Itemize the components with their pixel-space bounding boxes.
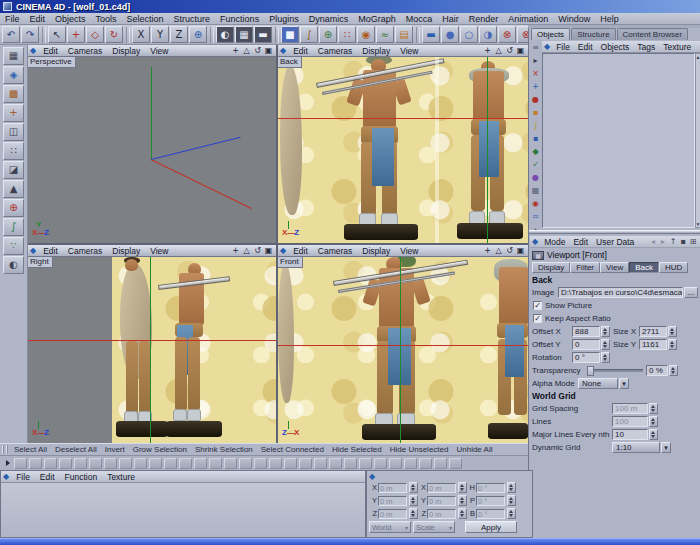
light-disabled-icon[interactable]: ⊗ — [517, 26, 528, 43]
side-palette-icon[interactable]: ▪ — [530, 133, 541, 144]
selection-command-select-connected[interactable]: Select Connected — [257, 445, 328, 454]
material-menu-edit[interactable]: Edit — [35, 472, 60, 482]
animation-toolbar-button[interactable] — [44, 458, 57, 469]
pan-view-icon[interactable]: + — [230, 245, 241, 256]
object-axis-mode-icon[interactable]: ⊕ — [3, 199, 24, 217]
scale-mode-dropdown[interactable]: Scale▾ — [413, 521, 455, 533]
tab-structure[interactable]: Structure — [571, 28, 615, 40]
coord-value-field[interactable]: 0 m — [378, 496, 407, 506]
tab-content-browser[interactable]: Content Browser — [617, 28, 689, 40]
size-y-field[interactable]: 1161 — [639, 339, 667, 350]
dock-grip-icon[interactable]: ≡ — [530, 42, 541, 53]
size-x-field[interactable]: 2711 — [639, 326, 667, 337]
add-deformer-icon[interactable]: ≈ — [376, 26, 394, 43]
coord-value-field[interactable]: 0 m — [427, 509, 456, 519]
dynamic-grid-dropdown[interactable]: 1:10 — [612, 442, 660, 453]
selection-command-grow-selection[interactable]: Grow Selection — [129, 445, 191, 454]
main-menu-animation[interactable]: Animation — [503, 14, 553, 24]
viewport-perspective-canvas[interactable]: Y X—Z Perspective — [28, 57, 276, 243]
coord-stepper[interactable] — [458, 495, 467, 506]
animation-toolbar-button[interactable] — [434, 458, 447, 469]
transparency-stepper[interactable] — [669, 365, 678, 376]
offset-x-field[interactable]: 888 — [572, 326, 600, 337]
model-mode-icon[interactable]: ◈ — [3, 66, 24, 84]
major-lines-field[interactable]: 10 — [612, 429, 648, 440]
camera-disabled-icon[interactable]: ⊗ — [498, 26, 516, 43]
coord-value-field[interactable]: 0 m — [378, 509, 407, 519]
viewport-menu-display[interactable]: Display — [357, 246, 395, 256]
viewport-back-canvas[interactable]: X—Z Back — [278, 57, 528, 243]
attr-layout-icon[interactable]: ⊞ — [688, 237, 698, 247]
redo-icon[interactable]: ↷ — [21, 26, 39, 43]
dynamic-grid-arrow[interactable]: ▾ — [661, 442, 671, 453]
live-selection-icon[interactable]: ↖ — [48, 26, 66, 43]
image-path-field[interactable]: D:\Trabajos en curso\C4d\esmacasine\Mad — [558, 287, 683, 298]
selection-command-invert[interactable]: Invert — [101, 445, 129, 454]
attribute-menu-icon[interactable]: ◆ — [532, 237, 538, 246]
panel-divider[interactable] — [529, 230, 700, 234]
object-list[interactable] — [542, 53, 695, 228]
coord-value-field[interactable]: 0 ° — [476, 509, 505, 519]
tab-view[interactable]: View — [600, 262, 629, 273]
make-editable-icon[interactable]: ▦ — [3, 47, 24, 65]
material-list[interactable] — [1, 483, 365, 537]
polygons-mode-icon[interactable]: ▲ — [3, 180, 24, 198]
animation-toolbar-button[interactable] — [284, 458, 297, 469]
add-environment-icon[interactable]: ○ — [460, 26, 478, 43]
coord-value-field[interactable]: 0 ° — [476, 496, 505, 506]
undo-icon[interactable]: ↶ — [2, 26, 20, 43]
pan-view-icon[interactable]: + — [482, 45, 493, 56]
add-cube-icon[interactable]: ■ — [281, 26, 299, 43]
pan-view-icon[interactable]: + — [482, 245, 493, 256]
material-menu-texture[interactable]: Texture — [102, 472, 140, 482]
viewport-menu-icon[interactable]: ◆ — [30, 246, 36, 255]
side-palette-icon[interactable]: × — [530, 68, 541, 79]
selection-command-hide-selected[interactable]: Hide Selected — [328, 445, 386, 454]
animation-toolbar-button[interactable] — [14, 458, 27, 469]
grid-spacing-field[interactable]: 100 m — [612, 403, 648, 414]
lock-x-axis-icon[interactable]: X — [132, 26, 150, 43]
rotate-view-icon[interactable]: ↺ — [504, 245, 515, 256]
animation-toolbar-button[interactable] — [374, 458, 387, 469]
title-bar[interactable]: CINEMA 4D - [wolf_01.c4d] — [0, 0, 700, 13]
main-menu-window[interactable]: Window — [553, 14, 595, 24]
animation-toolbar-button[interactable] — [119, 458, 132, 469]
side-palette-icon[interactable]: ● — [530, 172, 541, 183]
material-menu-function[interactable]: Function — [60, 472, 103, 482]
panel-grip[interactable] — [2, 445, 4, 454]
viewport-menu-edit[interactable]: Edit — [38, 246, 63, 256]
apply-button[interactable]: Apply — [465, 521, 517, 533]
animation-toolbar-button[interactable] — [164, 458, 177, 469]
main-menu-hair[interactable]: Hair — [437, 14, 464, 24]
animation-toolbar-button[interactable] — [449, 458, 462, 469]
render-region-icon[interactable]: ▦ — [235, 26, 253, 43]
viewport-menu-edit[interactable]: Edit — [38, 46, 63, 56]
add-scene-object-icon[interactable]: ▤ — [395, 26, 413, 43]
tab-objects[interactable]: Objects — [531, 28, 570, 40]
selection-command-hide-unselected[interactable]: Hide Unselected — [386, 445, 453, 454]
coord-value-field[interactable]: 0 m — [427, 496, 456, 506]
image-browse-button[interactable]: ... — [684, 287, 698, 298]
side-palette-icon[interactable]: ▦ — [530, 185, 541, 196]
main-menu-selection[interactable]: Selection — [122, 14, 169, 24]
object-menu-texture[interactable]: Texture — [659, 42, 695, 52]
attr-prev-icon[interactable]: ◂ — [648, 237, 658, 247]
side-palette-icon[interactable]: + — [530, 81, 541, 92]
add-array-icon[interactable]: ∷ — [338, 26, 356, 43]
material-menu-icon[interactable]: ◆ — [3, 472, 9, 481]
coord-value-field[interactable]: 0 m — [378, 483, 407, 493]
coord-stepper[interactable] — [507, 495, 516, 506]
animation-toolbar-button[interactable] — [179, 458, 192, 469]
alpha-mode-dropdown[interactable]: None — [578, 378, 618, 389]
selection-command-unhide-all[interactable]: Unhide All — [452, 445, 496, 454]
rotate-view-icon[interactable]: ↺ — [504, 45, 515, 56]
lock-z-axis-icon[interactable]: Z — [170, 26, 188, 43]
viewport-menu-display[interactable]: Display — [357, 46, 395, 56]
offset-y-field[interactable]: 0 — [572, 339, 600, 350]
attr-menu-mode[interactable]: Mode — [540, 237, 569, 247]
viewport-front-canvas[interactable]: Z—X Front — [278, 257, 528, 443]
tab-filter[interactable]: Filter — [570, 262, 600, 273]
viewport-menu-cameras[interactable]: Cameras — [63, 246, 107, 256]
main-menu-functions[interactable]: Functions — [215, 14, 264, 24]
object-menu-objects[interactable]: Objects — [597, 42, 634, 52]
